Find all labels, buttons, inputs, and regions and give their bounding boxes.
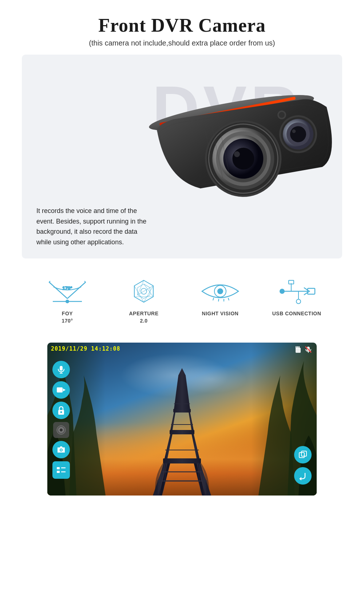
svg-marker-79 — [63, 388, 66, 391]
camera-section: DVR — [22, 55, 342, 258]
overlay-button[interactable] — [294, 446, 312, 463]
camera-description: It records the voice and time of the eve… — [36, 206, 153, 248]
svg-rect-89 — [57, 471, 60, 473]
eye-icon-wrap — [198, 277, 242, 306]
header-section: Front DVR Camera (this camera not includ… — [22, 15, 342, 47]
svg-rect-87 — [57, 467, 60, 469]
svg-rect-71 — [298, 346, 300, 348]
page-subtitle: (this camera not include,should extra pl… — [22, 39, 342, 47]
features-section: 170° FOY 170° — [22, 269, 342, 332]
feature-aperture-label: APERTURE 2.0 — [129, 310, 158, 324]
feature-fov: 170° FOY 170° — [35, 277, 100, 324]
timestamp-bar: 2019/11/29 14:12:08 — [51, 346, 120, 352]
svg-point-55 — [280, 289, 284, 293]
svg-line-45 — [213, 298, 214, 300]
mic-off-icon — [304, 346, 312, 354]
camera-image — [131, 62, 335, 222]
sd-card-icon — [294, 346, 302, 354]
aperture-icon-wrap — [122, 277, 166, 306]
dvr-screenshot: 2019/11/29 14:12:08 — [47, 343, 317, 496]
screenshot-section: 2019/11/29 14:12:08 — [22, 343, 342, 496]
svg-marker-93 — [299, 477, 301, 480]
svg-rect-69 — [296, 346, 297, 348]
svg-text:170°: 170° — [63, 285, 72, 291]
right-controls — [294, 446, 312, 485]
svg-rect-57 — [170, 430, 194, 434]
svg-line-46 — [218, 299, 219, 301]
list-button[interactable] — [52, 461, 70, 479]
svg-point-33 — [66, 300, 69, 303]
back-button[interactable] — [294, 467, 312, 485]
svg-point-44 — [218, 289, 223, 294]
svg-point-84 — [60, 429, 63, 431]
preview-button[interactable] — [53, 422, 69, 438]
left-controls — [52, 361, 70, 479]
feature-usb-label: USB CONNECTION — [272, 310, 321, 317]
svg-line-48 — [228, 298, 229, 300]
svg-rect-56 — [163, 458, 201, 463]
video-button[interactable] — [52, 381, 70, 399]
fov-icon-wrap: 170° — [46, 277, 89, 306]
svg-point-86 — [60, 449, 62, 451]
photo-button[interactable] — [52, 441, 70, 458]
svg-point-54 — [296, 299, 301, 304]
svg-rect-70 — [297, 346, 298, 348]
svg-rect-58 — [173, 409, 191, 413]
feature-night-vision: NIGHT VISION — [187, 277, 253, 317]
top-right-icons — [294, 346, 312, 354]
page-title: Front DVR Camera — [22, 15, 342, 36]
lock-button[interactable] — [52, 402, 70, 419]
feature-fov-label: FOY 170° — [62, 310, 73, 324]
svg-rect-68 — [296, 348, 301, 353]
feature-night-vision-label: NIGHT VISION — [202, 310, 239, 317]
mic-button[interactable] — [52, 361, 70, 378]
feature-aperture: APERTURE 2.0 — [111, 277, 177, 324]
usb-icon-wrap — [275, 277, 318, 306]
feature-usb: USB CONNECTION — [264, 277, 329, 317]
svg-point-81 — [60, 411, 62, 413]
page-wrapper: Front DVR Camera (this camera not includ… — [0, 0, 364, 510]
svg-rect-78 — [57, 387, 63, 392]
svg-rect-75 — [60, 366, 63, 371]
